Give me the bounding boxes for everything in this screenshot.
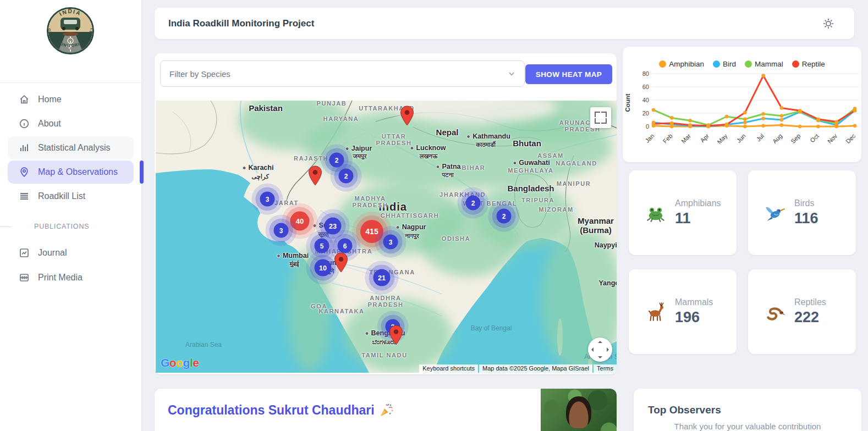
map-label: Nagpur	[396, 223, 426, 231]
legend-item[interactable]: Bird	[713, 60, 736, 68]
stat-label: Birds	[794, 198, 818, 208]
congratulations-title: Congratulations Sukrut Chaudhari	[168, 403, 375, 418]
stat-card-reptiles: Reptiles 222	[748, 269, 856, 354]
pan-arrows-icon	[598, 341, 602, 343]
chart-legend: AmphibianBirdMammalReptile	[623, 60, 861, 68]
map-label: JHARKHAND	[440, 191, 486, 198]
roadkill-pin-marker[interactable]	[400, 106, 414, 128]
map-label: BIHAR	[462, 164, 486, 171]
cluster-marker[interactable]: 5	[315, 239, 329, 253]
pin-icon	[389, 325, 403, 345]
project-logo: INDIA ROADKILL MONITORING PROJECT	[41, 1, 100, 60]
map-label: Mumbai	[277, 252, 309, 259]
google-logo[interactable]: Google	[161, 356, 199, 369]
legend-label: Reptile	[802, 60, 825, 68]
sidebar-item-about[interactable]: About	[8, 112, 134, 135]
roadkill-pin-marker[interactable]	[308, 165, 322, 188]
stat-label: Amphibians	[675, 198, 721, 208]
theme-toggle-button[interactable]	[822, 18, 834, 30]
sidebar-item-home[interactable]: Home	[8, 88, 134, 111]
species-filter-select[interactable]: Filter by Species	[160, 60, 525, 87]
map-label: Nepal	[436, 128, 459, 137]
stat-card-mammals: Mammals 196	[629, 269, 737, 354]
cluster-marker[interactable]: 6	[338, 239, 353, 253]
fullscreen-button[interactable]	[590, 107, 611, 128]
keyboard-shortcuts-link[interactable]: Keyboard shortcuts	[419, 364, 478, 373]
map-label: Naypyid	[595, 241, 617, 249]
legend-dot	[745, 60, 752, 68]
cluster-marker[interactable]: 10	[315, 259, 332, 277]
map-label: CHHATTISGARH	[381, 212, 439, 219]
cluster-marker[interactable]: 2	[466, 196, 481, 211]
cluster-marker[interactable]: 23	[325, 218, 342, 235]
sidebar-item-statistical-analysis[interactable]: Statistical Analysis	[8, 136, 134, 159]
section-divider	[0, 226, 11, 227]
map-panel: Filter by Species SHOW HEAT MAP	[155, 53, 617, 374]
svg-text:Oct: Oct	[809, 132, 820, 144]
svg-text:Sep: Sep	[789, 132, 801, 145]
cluster-marker[interactable]: 2	[497, 209, 512, 224]
cluster-marker[interactable]: 3	[274, 223, 289, 238]
map-label: लखनऊ	[420, 153, 437, 160]
pin-icon	[308, 165, 322, 186]
map-label: MEGHALAYA	[508, 167, 553, 174]
google-map[interactable]: PakistanNepalBhutanBangladeshIndiaMyanma…	[156, 101, 617, 373]
map-label: ANDHRA PRADESH	[363, 295, 408, 308]
map-data-text: Map data ©2025 Google, Mapa GISrael	[479, 364, 592, 373]
legend-item[interactable]: Amphibian	[659, 60, 704, 68]
cluster-marker[interactable]: 21	[373, 269, 391, 286]
top-observers-title: Top Observers	[648, 404, 721, 416]
active-item-indicator	[140, 161, 144, 184]
map-label: Jaipur	[345, 145, 372, 152]
svg-text:Nov: Nov	[826, 132, 839, 145]
map-label: Karachi	[243, 164, 274, 172]
map-attribution: Keyboard shortcuts Map data ©2025 Google…	[419, 364, 617, 373]
list-icon	[19, 191, 30, 202]
map-label: Pakistan	[249, 104, 283, 113]
bar-chart-icon	[19, 142, 30, 153]
deer-icon	[645, 301, 666, 322]
sun-icon	[822, 18, 834, 30]
map-label: ODISHA	[442, 235, 470, 242]
svg-text:80: 80	[642, 70, 649, 77]
map-label: Guwahati	[513, 159, 550, 167]
legend-dot	[792, 60, 799, 68]
journal-icon	[19, 247, 30, 258]
observer-photo	[541, 389, 617, 431]
cluster-marker[interactable]: 415	[360, 220, 383, 243]
sidebar-item-map-observations[interactable]: Map & Observations	[8, 161, 134, 184]
cluster-marker[interactable]: 3	[260, 192, 275, 207]
info-icon	[19, 118, 30, 129]
pan-control-button[interactable]	[588, 338, 612, 362]
map-label: Bhutan	[513, 139, 541, 148]
sidebar-item-roadkill-list[interactable]: Roadkill List	[8, 185, 134, 208]
cluster-marker[interactable]: 2	[339, 169, 354, 184]
chart-y-axis-label: Count	[624, 84, 631, 122]
map-label: Arabian Sea	[185, 341, 222, 349]
stat-label: Mammals	[675, 297, 713, 307]
show-heatmap-button[interactable]: SHOW HEAT MAP	[525, 64, 612, 84]
map-label: MADHYA PRADESH	[345, 195, 395, 209]
pin-icon	[400, 106, 414, 126]
roadkill-pin-marker[interactable]	[389, 325, 403, 347]
cluster-marker[interactable]: 40	[290, 212, 310, 231]
stat-value: 196	[675, 309, 713, 326]
map-label: کراچی	[251, 173, 269, 180]
map-label: UTTAR PRADESH	[372, 133, 416, 147]
sidebar-item-print-media[interactable]: Print Media	[8, 266, 134, 289]
cluster-marker[interactable]: 2	[329, 153, 344, 168]
roadkill-pin-marker[interactable]	[334, 252, 348, 275]
legend-label: Amphibian	[669, 60, 704, 68]
species-filter-placeholder: Filter by Species	[169, 69, 230, 79]
map-label: Patna	[436, 163, 460, 170]
legend-item[interactable]: Mammal	[745, 60, 783, 68]
monthly-chart-card: AmphibianBirdMammalReptile Count 0204060…	[623, 47, 861, 162]
page-header: India Roadkill Monitoring Project	[155, 8, 854, 39]
cluster-marker[interactable]: 3	[383, 235, 398, 250]
svg-text:40: 40	[642, 97, 649, 103]
legend-item[interactable]: Reptile	[792, 60, 825, 68]
sidebar-item-journal[interactable]: Journal	[8, 241, 134, 264]
terms-link[interactable]: Terms	[594, 364, 617, 373]
legend-label: Bird	[723, 60, 736, 68]
map-label: Bangladesh	[507, 184, 554, 194]
